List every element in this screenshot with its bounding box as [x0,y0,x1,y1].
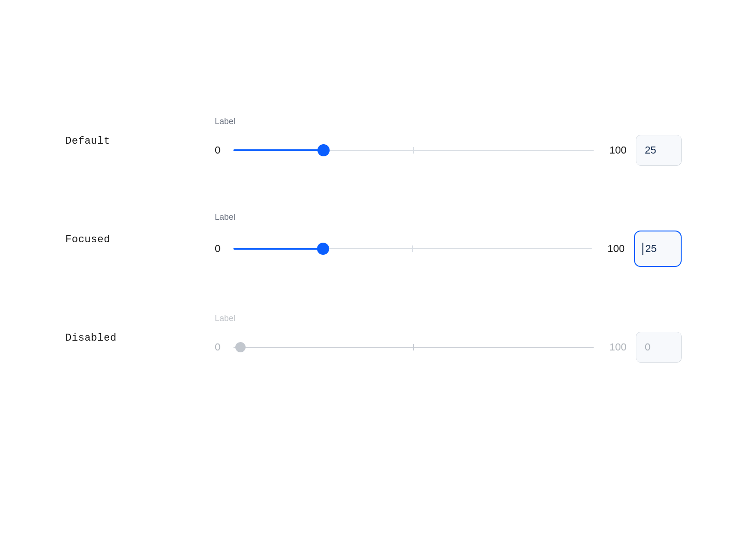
slider-value-input-focused[interactable] [634,231,682,267]
slider-control-row-focused: 0 100 [215,231,682,267]
slider-track-fill [233,248,323,250]
slider-tick [412,245,413,252]
text-cursor-icon [642,243,643,255]
slider-value-input-default[interactable] [636,135,682,166]
slider-tick [413,147,414,154]
field-label-focused: Label [215,212,682,222]
slider-thumb-focused[interactable] [317,243,329,255]
slider-max-label-disabled: 100 [603,341,627,353]
slider-track-fill [233,149,324,151]
slider-control-row-default: 0 100 [215,135,682,166]
field-label-default: Label [215,117,682,126]
state-label-focused: Focused [65,234,215,245]
slider-track-disabled [233,342,594,353]
slider-track-focused[interactable] [233,243,592,254]
slider-value-input-disabled [636,332,682,363]
slider-thumb-disabled [235,342,246,352]
slider-min-label-default: 0 [215,144,224,156]
slider-tick [413,344,414,350]
slider-thumb-default[interactable] [317,144,330,156]
slider-row-default: Default Label 0 100 [65,117,682,166]
state-label-disabled: Disabled [65,332,215,344]
field-label-disabled: Label [215,314,682,323]
slider-group-focused: Label 0 100 [215,212,682,267]
slider-min-label-focused: 0 [215,243,224,255]
state-label-default: Default [65,135,215,147]
slider-max-label-default: 100 [603,144,627,156]
slider-input-focus-wrapper [634,231,682,267]
slider-row-focused: Focused Label 0 100 [65,212,682,267]
slider-min-label-disabled: 0 [215,341,224,353]
slider-group-default: Label 0 100 [215,117,682,166]
slider-control-row-disabled: 0 100 [215,332,682,363]
slider-track-default[interactable] [233,145,594,156]
slider-row-disabled: Disabled Label 0 100 [65,314,682,363]
slider-max-label-focused: 100 [601,243,625,255]
slider-group-disabled: Label 0 100 [215,314,682,363]
slider-states-showcase: Default Label 0 100 Focused Label 0 [65,117,682,409]
